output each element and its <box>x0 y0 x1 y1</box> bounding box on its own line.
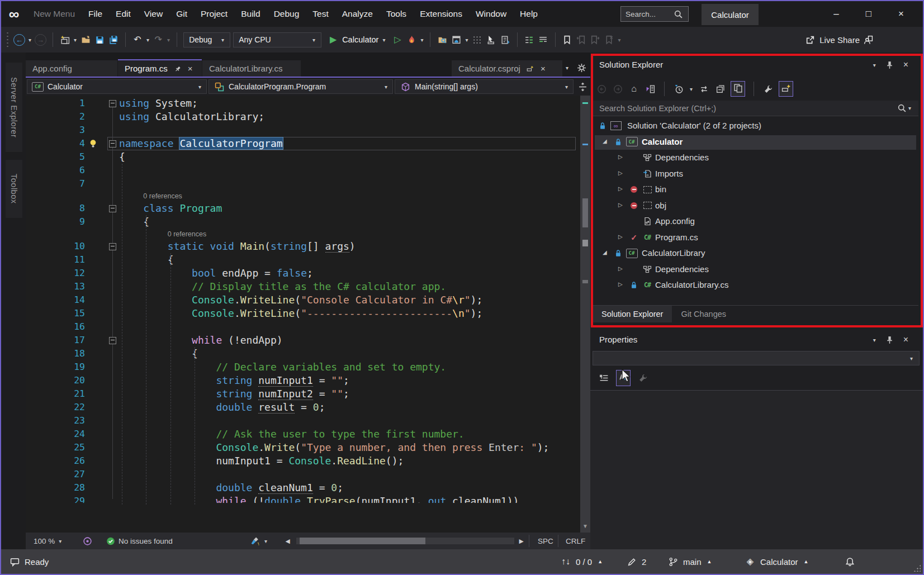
save-all-icon[interactable] <box>108 34 119 45</box>
chevron-down-icon[interactable]: ▾ <box>618 37 621 43</box>
menu-debug[interactable]: Debug <box>267 1 306 27</box>
sync-active-icon[interactable] <box>698 83 709 94</box>
menu-tools[interactable]: Tools <box>380 1 413 27</box>
chevron-down-icon[interactable]: ▾ <box>221 37 224 43</box>
redo-icon[interactable]: ↷ <box>153 34 164 45</box>
live-share-button[interactable]: Live Share <box>804 34 860 45</box>
open-folder-icon[interactable] <box>80 34 91 45</box>
chevron-down-icon[interactable]: ▾ <box>420 37 423 43</box>
tree-item-bin[interactable]: ▷bin <box>593 182 918 198</box>
solution-home-icon[interactable] <box>451 34 462 45</box>
live-share-icon[interactable] <box>804 34 816 45</box>
expander-closed-icon[interactable]: ▷ <box>618 202 623 208</box>
tree-item-imports[interactable]: ▷Imports <box>593 167 918 183</box>
chevron-down-icon[interactable]: ▾ <box>465 37 468 43</box>
preview-code-icon[interactable] <box>780 83 792 94</box>
member-dropdown[interactable]: Main(string[] args) ▾ <box>395 79 574 94</box>
show-all-files-icon-boxed[interactable] <box>731 81 745 97</box>
configuration-dropdown[interactable]: Debug▾ <box>183 32 230 47</box>
menu-help[interactable]: Help <box>513 1 544 27</box>
collapse-all-icon[interactable] <box>714 83 726 94</box>
properties-wrench-icon[interactable] <box>762 83 774 94</box>
tree-item-calculatorlibrary[interactable]: ◢C#CalculatorLibrary <box>593 246 918 262</box>
code-cleanup-button[interactable]: ▾ <box>249 533 268 549</box>
properties-wrench-icon[interactable] <box>637 372 648 383</box>
menu-new-menu[interactable]: New Menu <box>27 1 82 27</box>
editor-group[interactable]: ▾ App.configProgram.cs×CalculatorLibrary… <box>26 53 590 549</box>
tree-item-calculatorlibrary-cs[interactable]: ▷C#CalculatorLibrary.cs <box>593 278 918 294</box>
minimize-button[interactable]: – <box>820 1 852 27</box>
close-icon[interactable]: × <box>903 60 908 70</box>
chevron-down-icon[interactable]: ▾ <box>312 37 315 43</box>
play-outline-icon[interactable]: ▷ <box>392 34 403 45</box>
tab-overflow-caret-icon[interactable]: ▾ <box>566 65 568 71</box>
type-dropdown[interactable]: CalculatorProgram.Program ▾ <box>209 79 393 94</box>
side-tab-toolbox[interactable]: Toolbox <box>6 160 22 218</box>
document-tab-app-config[interactable]: App.config <box>26 60 117 77</box>
hscroll-left-arrow-icon[interactable]: ◄ <box>284 533 291 549</box>
window-position-caret-icon[interactable]: ▾ <box>873 62 876 68</box>
bookmark-clear-icon[interactable] <box>604 34 615 45</box>
tree-item-solution-calculator-2-of-2-projects-[interactable]: ∞Solution 'Calculator' (2 of 2 projects) <box>593 118 918 135</box>
forward-arrow-icon[interactable]: → <box>35 34 46 46</box>
horizontal-scrollbar[interactable] <box>296 538 514 544</box>
bookmark-prev-icon[interactable] <box>576 34 587 45</box>
vertical-scrollbar[interactable]: ▼ <box>580 96 590 533</box>
menu-analyze[interactable]: Analyze <box>335 1 380 27</box>
feedback-button[interactable]: Ready <box>9 549 49 574</box>
pin-icon[interactable] <box>884 59 895 70</box>
lightbulb-icon[interactable] <box>88 139 98 148</box>
doc-navigate-icon[interactable] <box>500 34 511 45</box>
pin-icon[interactable] <box>884 334 895 345</box>
bookmark-next-icon[interactable] <box>590 34 601 45</box>
hot-reload-icon[interactable] <box>406 34 417 45</box>
search-icon[interactable] <box>897 103 908 114</box>
forward-circle-icon[interactable] <box>612 83 623 94</box>
expander-open-icon[interactable]: ◢ <box>603 249 607 255</box>
chevron-down-icon[interactable]: ▾ <box>167 37 170 43</box>
menu-window[interactable]: Window <box>469 1 513 27</box>
menu-edit[interactable]: Edit <box>109 1 138 27</box>
chevron-down-icon[interactable]: ▾ <box>29 37 31 43</box>
tree-item-app-config[interactable]: App.config <box>593 214 918 230</box>
menu-build[interactable]: Build <box>234 1 267 27</box>
categorized-icon[interactable] <box>598 372 609 383</box>
resize-grip[interactable] <box>913 564 921 572</box>
tree-item-calculator[interactable]: ◢C#Calculator <box>593 135 918 151</box>
sync-counter-button[interactable]: ↑↓ 0 / 0 ▲ <box>560 549 603 574</box>
health-indicator-icon[interactable] <box>82 533 93 549</box>
tabstrip-gear-icon[interactable] <box>576 62 587 73</box>
chevron-down-icon[interactable]: ▾ <box>690 86 693 92</box>
menu-extensions[interactable]: Extensions <box>413 1 469 27</box>
close-button[interactable]: × <box>885 1 917 27</box>
home-icon[interactable]: ⌂ <box>628 83 639 94</box>
menu-project[interactable]: Project <box>194 1 234 27</box>
repository-button[interactable]: ◈ Calculator ▲ <box>745 549 808 574</box>
search-icon[interactable] <box>672 8 684 20</box>
back-circle-icon[interactable] <box>596 83 607 94</box>
expander-closed-icon[interactable]: ▷ <box>618 281 623 287</box>
chevron-down-icon[interactable]: ▾ <box>146 37 149 43</box>
indent-guides-icon[interactable] <box>524 34 535 45</box>
scrollbar-thumb[interactable] <box>582 198 588 227</box>
pending-filter-icon[interactable] <box>673 83 684 94</box>
branch-button[interactable]: main ▲ <box>667 549 712 574</box>
new-project-icon[interactable] <box>59 34 70 45</box>
show-all-files-icon[interactable] <box>732 83 743 94</box>
hscroll-right-arrow-icon[interactable]: ► <box>518 533 525 549</box>
expander-closed-icon[interactable]: ▷ <box>618 186 623 192</box>
menu-test[interactable]: Test <box>306 1 335 27</box>
tree-item-dependencies[interactable]: ▷Dependencies <box>593 262 918 278</box>
menu-file[interactable]: File <box>82 1 109 27</box>
back-arrow-icon[interactable]: ← <box>13 34 25 46</box>
expander-closed-icon[interactable]: ▷ <box>618 265 623 272</box>
split-editor-icon[interactable] <box>577 81 588 92</box>
search-input[interactable]: Search... <box>620 6 689 22</box>
hscroll-thumb[interactable] <box>300 538 425 544</box>
tree-item-dependencies[interactable]: ▷Dependencies <box>593 150 918 167</box>
zoom-dropdown[interactable]: 100 % ▾ <box>34 533 62 549</box>
document-tab-calculatorlibrary-cs[interactable]: CalculatorLibrary.cs <box>202 60 301 77</box>
menu-view[interactable]: View <box>138 1 169 27</box>
platform-dropdown[interactable]: Any CPU▾ <box>233 32 321 47</box>
close-tab-icon[interactable]: × <box>541 64 546 73</box>
